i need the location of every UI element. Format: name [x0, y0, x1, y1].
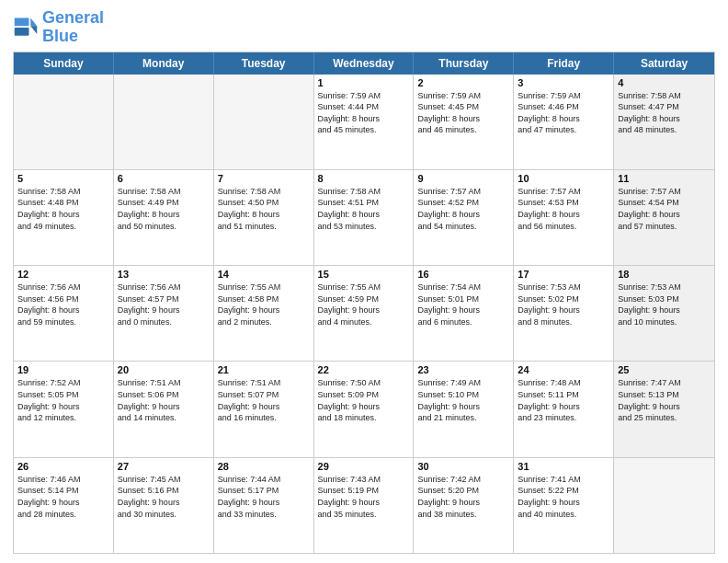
day-cell: 22Sunrise: 7:50 AM Sunset: 5:09 PM Dayli… — [314, 362, 415, 456]
logo-icon — [13, 15, 39, 40]
day-cell: 28Sunrise: 7:44 AM Sunset: 5:17 PM Dayli… — [214, 458, 314, 553]
day-info: Sunrise: 7:43 AM Sunset: 5:19 PM Dayligh… — [318, 474, 410, 520]
day-cell — [14, 75, 114, 169]
day-cell: 3Sunrise: 7:59 AM Sunset: 4:46 PM Daylig… — [514, 75, 614, 169]
day-cell: 16Sunrise: 7:54 AM Sunset: 5:01 PM Dayli… — [414, 266, 514, 361]
day-number: 6 — [118, 173, 210, 184]
logo: General Blue — [13, 9, 104, 46]
day-info: Sunrise: 7:56 AM Sunset: 4:57 PM Dayligh… — [118, 282, 210, 327]
day-number: 2 — [417, 77, 509, 88]
day-number: 26 — [17, 461, 109, 472]
day-cell: 2Sunrise: 7:59 AM Sunset: 4:45 PM Daylig… — [414, 75, 514, 169]
day-cell — [114, 75, 214, 169]
day-info: Sunrise: 7:58 AM Sunset: 4:50 PM Dayligh… — [218, 186, 310, 232]
day-cell — [214, 75, 314, 169]
day-cell: 17Sunrise: 7:53 AM Sunset: 5:02 PM Dayli… — [514, 266, 614, 361]
day-info: Sunrise: 7:59 AM Sunset: 4:46 PM Dayligh… — [518, 90, 609, 136]
day-number: 19 — [17, 364, 109, 375]
weeks: 1Sunrise: 7:59 AM Sunset: 4:44 PM Daylig… — [14, 75, 714, 553]
day-cell — [614, 458, 714, 553]
day-cell: 29Sunrise: 7:43 AM Sunset: 5:19 PM Dayli… — [314, 458, 415, 553]
day-number: 25 — [618, 364, 711, 375]
day-header-sunday: Sunday — [14, 52, 114, 75]
day-number: 7 — [218, 173, 310, 184]
day-cell: 18Sunrise: 7:53 AM Sunset: 5:03 PM Dayli… — [614, 266, 714, 361]
day-info: Sunrise: 7:58 AM Sunset: 4:49 PM Dayligh… — [118, 186, 210, 232]
week-row: 19Sunrise: 7:52 AM Sunset: 5:05 PM Dayli… — [14, 361, 714, 456]
day-cell: 19Sunrise: 7:52 AM Sunset: 5:05 PM Dayli… — [14, 362, 114, 456]
day-cell: 13Sunrise: 7:56 AM Sunset: 4:57 PM Dayli… — [114, 266, 214, 361]
day-cell: 31Sunrise: 7:41 AM Sunset: 5:22 PM Dayli… — [514, 458, 614, 553]
day-number: 9 — [417, 173, 509, 184]
week-row: 5Sunrise: 7:58 AM Sunset: 4:48 PM Daylig… — [14, 169, 714, 265]
day-info: Sunrise: 7:44 AM Sunset: 5:17 PM Dayligh… — [218, 474, 310, 520]
day-number: 31 — [518, 461, 609, 472]
day-number: 13 — [118, 269, 210, 280]
day-number: 17 — [518, 269, 609, 280]
day-info: Sunrise: 7:47 AM Sunset: 5:13 PM Dayligh… — [618, 377, 711, 423]
day-info: Sunrise: 7:55 AM Sunset: 4:59 PM Dayligh… — [318, 282, 410, 327]
day-number: 8 — [318, 173, 410, 184]
day-info: Sunrise: 7:57 AM Sunset: 4:53 PM Dayligh… — [518, 186, 609, 232]
day-number: 27 — [118, 461, 210, 472]
day-number: 12 — [17, 269, 109, 280]
day-number: 22 — [318, 364, 410, 375]
calendar: SundayMondayTuesdayWednesdayThursdayFrid… — [13, 52, 715, 554]
day-cell: 27Sunrise: 7:45 AM Sunset: 5:16 PM Dayli… — [114, 458, 214, 553]
day-info: Sunrise: 7:41 AM Sunset: 5:22 PM Dayligh… — [518, 474, 609, 520]
day-info: Sunrise: 7:46 AM Sunset: 5:14 PM Dayligh… — [17, 474, 109, 520]
day-cell: 9Sunrise: 7:57 AM Sunset: 4:52 PM Daylig… — [414, 170, 514, 265]
day-cell: 8Sunrise: 7:58 AM Sunset: 4:51 PM Daylig… — [314, 170, 415, 265]
day-info: Sunrise: 7:42 AM Sunset: 5:20 PM Dayligh… — [417, 474, 509, 520]
day-number: 4 — [618, 77, 711, 88]
day-header-tuesday: Tuesday — [214, 52, 314, 75]
svg-rect-3 — [15, 17, 29, 26]
day-info: Sunrise: 7:48 AM Sunset: 5:11 PM Dayligh… — [518, 377, 609, 423]
day-cell: 21Sunrise: 7:51 AM Sunset: 5:07 PM Dayli… — [214, 362, 314, 456]
day-info: Sunrise: 7:57 AM Sunset: 4:54 PM Dayligh… — [618, 186, 711, 232]
day-number: 5 — [17, 173, 109, 184]
day-header-wednesday: Wednesday — [314, 52, 415, 75]
day-cell: 25Sunrise: 7:47 AM Sunset: 5:13 PM Dayli… — [614, 362, 714, 456]
day-info: Sunrise: 7:52 AM Sunset: 5:05 PM Dayligh… — [17, 377, 109, 423]
svg-rect-4 — [15, 28, 29, 36]
day-info: Sunrise: 7:45 AM Sunset: 5:16 PM Dayligh… — [118, 474, 210, 520]
day-info: Sunrise: 7:55 AM Sunset: 4:58 PM Dayligh… — [218, 282, 310, 327]
day-info: Sunrise: 7:56 AM Sunset: 4:56 PM Dayligh… — [17, 282, 109, 327]
day-number: 16 — [417, 269, 509, 280]
day-cell: 14Sunrise: 7:55 AM Sunset: 4:58 PM Dayli… — [214, 266, 314, 361]
day-number: 10 — [518, 173, 609, 184]
logo-text: General Blue — [42, 9, 104, 46]
day-cell: 20Sunrise: 7:51 AM Sunset: 5:06 PM Dayli… — [114, 362, 214, 456]
day-info: Sunrise: 7:54 AM Sunset: 5:01 PM Dayligh… — [417, 282, 509, 327]
day-cell: 26Sunrise: 7:46 AM Sunset: 5:14 PM Dayli… — [14, 458, 114, 553]
page: General Blue SundayMondayTuesdayWednesda… — [0, 0, 728, 563]
day-info: Sunrise: 7:57 AM Sunset: 4:52 PM Dayligh… — [417, 186, 509, 232]
day-header-saturday: Saturday — [614, 52, 714, 75]
day-number: 28 — [218, 461, 310, 472]
day-header-thursday: Thursday — [414, 52, 514, 75]
day-number: 14 — [218, 269, 310, 280]
day-cell: 23Sunrise: 7:49 AM Sunset: 5:10 PM Dayli… — [414, 362, 514, 456]
day-info: Sunrise: 7:51 AM Sunset: 5:06 PM Dayligh… — [118, 377, 210, 423]
day-cell: 10Sunrise: 7:57 AM Sunset: 4:53 PM Dayli… — [514, 170, 614, 265]
day-number: 11 — [618, 173, 711, 184]
day-number: 24 — [518, 364, 609, 375]
day-number: 20 — [118, 364, 210, 375]
day-info: Sunrise: 7:59 AM Sunset: 4:44 PM Dayligh… — [318, 90, 410, 136]
day-info: Sunrise: 7:50 AM Sunset: 5:09 PM Dayligh… — [318, 377, 410, 423]
day-number: 18 — [618, 269, 711, 280]
day-number: 21 — [218, 364, 310, 375]
day-cell: 5Sunrise: 7:58 AM Sunset: 4:48 PM Daylig… — [14, 170, 114, 265]
day-info: Sunrise: 7:58 AM Sunset: 4:51 PM Dayligh… — [318, 186, 410, 232]
day-info: Sunrise: 7:59 AM Sunset: 4:45 PM Dayligh… — [417, 90, 509, 136]
week-row: 12Sunrise: 7:56 AM Sunset: 4:56 PM Dayli… — [14, 265, 714, 361]
day-cell: 7Sunrise: 7:58 AM Sunset: 4:50 PM Daylig… — [214, 170, 314, 265]
day-number: 3 — [518, 77, 609, 88]
day-info: Sunrise: 7:49 AM Sunset: 5:10 PM Dayligh… — [417, 377, 509, 423]
svg-marker-1 — [30, 17, 37, 26]
day-number: 1 — [318, 77, 410, 88]
day-cell: 24Sunrise: 7:48 AM Sunset: 5:11 PM Dayli… — [514, 362, 614, 456]
day-cell: 15Sunrise: 7:55 AM Sunset: 4:59 PM Dayli… — [314, 266, 415, 361]
day-info: Sunrise: 7:53 AM Sunset: 5:03 PM Dayligh… — [618, 282, 711, 327]
